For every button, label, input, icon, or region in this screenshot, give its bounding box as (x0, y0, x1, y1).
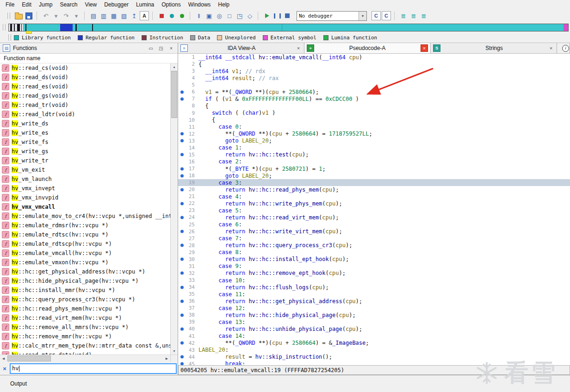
code-line[interactable]: 20 return hv::hc::read_phys_mem(cpu); (178, 186, 570, 193)
function-search-input[interactable]: hv (10, 363, 177, 374)
open-enums-window-button[interactable]: ▧ (119, 11, 129, 20)
code-line[interactable]: 9 switch ( (char)v1 ) (178, 110, 570, 117)
code-line[interactable]: 8 { (178, 102, 570, 109)
nav-band-pointer[interactable] (26, 31, 32, 34)
code-line[interactable]: 17 *(_BYTE *)(cpu + 2580721) = 1; (178, 165, 570, 172)
function-list-item[interactable]: fhv::read_cs(void) (0, 63, 170, 73)
watches-button[interactable]: ◎ (215, 11, 224, 20)
instruction-trace-button[interactable]: ≣ (409, 11, 418, 20)
threads-button[interactable]: ◇ (245, 11, 254, 20)
legend-drag-handle[interactable] (8, 34, 11, 41)
code-line[interactable]: 34 return hv::hc::flush_logs(cpu); (178, 284, 570, 291)
function-list-item[interactable]: fhv::hc::hide_physical_page(hv::vcpu *) (0, 276, 170, 286)
menu-edit[interactable]: Edit (18, 0, 35, 9)
tab-strings[interactable]: S Strings × (431, 43, 557, 53)
function-list-item[interactable]: fhv::hc::install_mmr(hv::vcpu *) (0, 286, 170, 295)
code-line[interactable]: 6 v1 = **(_QWORD **)(cpu + 2580664); (178, 88, 570, 95)
code-line[interactable]: 33 case 10: (178, 277, 570, 284)
menu-search[interactable]: Search (56, 0, 81, 9)
code-line[interactable]: 23 case 5: (178, 207, 570, 214)
color-marker-red[interactable] (157, 11, 166, 20)
code-line[interactable]: 27 case 7: (178, 235, 570, 242)
debugger-select[interactable]: No debugger▾ (297, 11, 367, 21)
close-window-button[interactable]: × (167, 44, 175, 52)
code-line[interactable]: 21 case 4: (178, 193, 570, 200)
code-line[interactable]: 16 case 2: (178, 158, 570, 165)
code-line[interactable]: 1__int64 __stdcall hv::emulate_vmcall(__… (178, 54, 570, 61)
code-line[interactable]: 26 return hv::hc::write_virt_mem(cpu); (178, 228, 570, 235)
code-line[interactable]: 31 case 9: (178, 263, 570, 270)
function-list-item[interactable]: fhv::hc::read_phys_mem(hv::vcpu *) (0, 304, 170, 313)
code-line[interactable]: 36 return hv::hc::get_physical_address(c… (178, 298, 570, 305)
jump-address-button[interactable]: ↥ (130, 11, 139, 20)
close-tab-icon[interactable]: × (421, 44, 428, 52)
chevron-down-icon[interactable]: ▾ (359, 12, 366, 20)
jump-forward-button[interactable]: ↷ (62, 11, 71, 20)
jump-forward-dropdown[interactable]: ▾ (72, 11, 81, 20)
code-line[interactable]: 28 return hv::hc::query_process_cr3(cpu)… (178, 242, 570, 249)
function-list-item[interactable]: fhv::calc_mtrr_mem_type(hv::mtrr_data co… (0, 341, 170, 350)
code-line[interactable]: 19 case 3: (178, 179, 570, 186)
attach-process-button[interactable]: C (372, 11, 381, 20)
function-list-item[interactable]: fhv_write_gs (0, 147, 170, 156)
function-list-item[interactable]: fhv::emulate_vmcall(hv::vcpu *) (0, 249, 170, 258)
code-line[interactable]: 38 return hv::hc::hide_physical_page(cpu… (178, 311, 570, 318)
code-line[interactable]: 3 __int64 v1; // rdx (178, 68, 570, 75)
code-line[interactable]: 13 goto LABEL_20; (178, 137, 570, 144)
open-file-button[interactable] (14, 11, 23, 20)
close-tab-icon[interactable]: × (295, 45, 302, 51)
function-list-item[interactable]: fhv_vm_launch (0, 174, 170, 184)
code-line[interactable]: 44 result = hv::skip_instruction(); (178, 354, 570, 361)
code-line[interactable]: 2{ (178, 61, 570, 68)
function-list-item[interactable]: fhv::emulate_rdmsr(hv::vcpu *) (0, 221, 170, 230)
tab-ida-view-a[interactable]: ≡ IDA View-A × (178, 43, 304, 53)
menu-file[interactable]: File (2, 0, 18, 9)
toolbar-drag-handle[interactable] (7, 12, 10, 19)
menu-lumina[interactable]: Lumina (132, 0, 158, 9)
code-line[interactable]: 41 case 14: (178, 333, 570, 340)
function-list-item[interactable]: fhv::hc::get_physical_address(hv::vcpu *… (0, 267, 170, 276)
vertical-scrollbar[interactable]: ▲ ▼ (170, 63, 178, 355)
color-marker-teal[interactable] (167, 11, 176, 20)
code-line[interactable]: 32 return hv::hc::remove_ept_hook(cpu); (178, 270, 570, 277)
open-structs-window-button[interactable]: ▦ (109, 11, 118, 20)
menu-debugger[interactable]: Debugger (100, 0, 132, 9)
scroll-down-button[interactable]: ▼ (171, 348, 178, 355)
function-name-column-header[interactable]: Function name (0, 54, 178, 63)
horizontal-scrollbar[interactable]: ◀ ▶ (0, 355, 178, 362)
output-panel[interactable]: Output (0, 375, 570, 392)
code-line[interactable]: 24 return hv::hc::read_virt_mem(cpu); (178, 214, 570, 221)
function-list-item[interactable]: fhv::read_ldtr(void) (0, 110, 170, 119)
open-hex-window-button[interactable]: ▥ (99, 11, 108, 20)
function-list-item[interactable]: fhv::emulate_rdtsc(hv::vcpu *) (0, 230, 170, 239)
function-list-item[interactable]: fhv_write_es (0, 128, 170, 137)
code-line[interactable]: 15 return hv::hc::test(cpu); (178, 151, 570, 158)
menu-jump[interactable]: Jump (35, 0, 56, 9)
scroll-left-button[interactable]: ◀ (0, 355, 7, 362)
function-trace-button[interactable]: ≣ (419, 11, 428, 20)
function-list-item[interactable]: fhv_write_ds (0, 119, 170, 128)
menu-help[interactable]: Help (214, 0, 233, 9)
detach-process-button[interactable]: C (382, 11, 391, 20)
modules-button[interactable]: □ (225, 11, 234, 20)
tab-pseudocode-a[interactable]: » Pseudocode-A × (304, 43, 431, 53)
search-clear-icon[interactable]: × (1, 365, 8, 372)
code-line[interactable]: 42 **(_QWORD **)(cpu + 2580664) = &_Imag… (178, 340, 570, 347)
info-tab[interactable]: i (562, 43, 570, 53)
color-marker-green[interactable] (177, 11, 186, 20)
restore-window-button[interactable]: ▭ (147, 44, 155, 52)
stack-trace-button[interactable]: ◳ (235, 11, 244, 20)
function-list[interactable]: fhv::read_cs(void)fhv::read_ds(void)fhv:… (0, 63, 170, 355)
function-list-item[interactable]: fhv::emulate_rdtscp(hv::vcpu *) (0, 239, 170, 249)
function-list-item[interactable]: fhv::hc::query_process_cr3(hv::vcpu *) (0, 295, 170, 304)
code-line[interactable]: 45 break; (178, 361, 570, 365)
code-line[interactable]: 18 goto LABEL_20; (178, 172, 570, 179)
function-list-item[interactable]: fhv_vmx_invept (0, 184, 170, 193)
menu-view[interactable]: View (81, 0, 100, 9)
pause-process-button[interactable] (273, 11, 282, 20)
float-window-button[interactable]: ◳ (157, 44, 165, 52)
navigation-band[interactable] (8, 24, 569, 31)
breakpoints-button[interactable]: ▣ (204, 11, 214, 20)
function-list-item[interactable]: fhv::read_gs(void) (0, 91, 170, 100)
function-list-item[interactable]: fhv::read_mtrr_data(void) (0, 350, 170, 355)
